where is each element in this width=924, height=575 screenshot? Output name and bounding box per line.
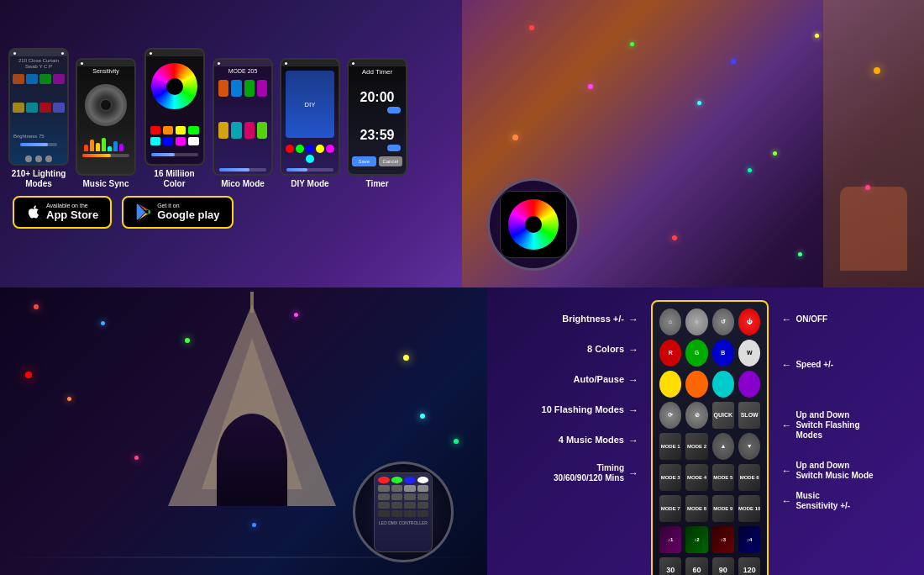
mode-cell-4 xyxy=(257,122,267,139)
ctrl-btn-mode9[interactable]: MODE 9 xyxy=(712,495,734,522)
top-left-panel: 210 Close Curtain Swab Y C P xyxy=(0,0,462,288)
timer-buttons: Save Cancel xyxy=(349,153,406,170)
ctrl-btn-music3[interactable]: ♪3 xyxy=(712,526,734,553)
music-modes-arrow: → xyxy=(628,435,638,446)
phone-label-1: 210+ LightingModes xyxy=(12,169,66,189)
google-play-button[interactable]: Get it on Google play xyxy=(122,196,233,229)
fairy-light-dot-b xyxy=(25,372,32,378)
timer-save-btn[interactable]: Save xyxy=(352,156,376,166)
brightness-bar-5 xyxy=(286,168,333,171)
ctrl-btn-mode6[interactable]: MODE 6 xyxy=(738,464,760,491)
ctrl-btn-orange[interactable] xyxy=(685,371,707,398)
color-cell-magenta xyxy=(176,137,186,145)
ctrl-btn-music4[interactable]: ♪4 xyxy=(738,526,760,553)
playback-controls xyxy=(10,154,67,164)
speed-arrow: ← xyxy=(781,359,791,371)
status-dot xyxy=(150,52,152,55)
ctrl-btn-120min[interactable]: 120 xyxy=(738,557,760,575)
ctrl-btn-power-red[interactable]: ⏻ xyxy=(738,309,760,335)
ctrl-btn-60min[interactable]: 60 xyxy=(685,557,707,575)
remote-row-3 xyxy=(378,493,428,500)
right-label-switch-flashing: ← Up and DownSwitch FlashingModes xyxy=(781,395,882,456)
diy-colors xyxy=(281,142,339,166)
fairy-light-dot-b xyxy=(454,439,459,444)
ctrl-btn-music2[interactable]: ♪2 xyxy=(685,526,707,553)
remote-btn xyxy=(417,493,429,500)
controller-wrapper: ⌂ ○ ↺ ⏻ R G B W xyxy=(651,300,769,575)
fairy-light-dot-b xyxy=(34,304,39,309)
switch-flashing-label-text: Up and DownSwitch FlashingModes xyxy=(795,410,859,440)
timer-cancel-btn[interactable]: Cancel xyxy=(379,156,403,166)
mode-label-4: MODE 205 xyxy=(214,66,271,76)
ctrl-btn-mode10[interactable]: MODE 10 xyxy=(738,495,760,522)
mode-cell-4 xyxy=(244,80,255,97)
phone-label-2: Music Sync xyxy=(82,179,129,189)
ctrl-btn-mode4[interactable]: MODE 4 xyxy=(685,464,707,491)
ctrl-btn-quick[interactable]: QUICK xyxy=(712,402,734,429)
mode-cell xyxy=(53,103,65,113)
phone-wrapper-2: Sensitivity xyxy=(76,58,136,189)
mode-cell xyxy=(53,74,65,84)
color-cell-cyan xyxy=(150,137,160,145)
mode-cell-4 xyxy=(257,80,267,97)
ctrl-btn-mode5[interactable]: MODE 5 xyxy=(712,464,734,491)
tent-pole xyxy=(250,292,254,313)
ctrl-btn-g[interactable]: G xyxy=(685,340,707,367)
fairy-light-dot-b xyxy=(134,456,139,460)
right-label-music-sens: ← MusicSensitivity +/- xyxy=(781,486,882,516)
remote-btn xyxy=(404,493,416,500)
google-play-text-block: Get it on Google play xyxy=(157,203,219,222)
phone-label-5: DIY Mode xyxy=(291,179,328,189)
ctrl-btn-down[interactable]: ▼ xyxy=(738,433,760,460)
ctrl-btn-90min[interactable]: 90 xyxy=(712,557,734,575)
music-sens-label-text: MusicSensitivity +/- xyxy=(795,491,850,511)
ctrl-btn-power-ring[interactable]: ↺ xyxy=(712,309,734,335)
ctrl-btn-home[interactable]: ⌂ xyxy=(659,309,681,335)
label-music-modes: 4 Music Modes → xyxy=(504,425,638,456)
play-btn xyxy=(35,156,42,162)
ctrl-btn-bulb[interactable]: ○ xyxy=(685,309,707,335)
ctrl-btn-mode3[interactable]: MODE 3 xyxy=(659,464,681,491)
ctrl-btn-up[interactable]: ▲ xyxy=(712,433,734,460)
brightness-section: Brightness 75 xyxy=(10,132,67,152)
ctrl-btn-b[interactable]: B xyxy=(712,340,734,367)
switch-music-arrow: ← xyxy=(781,465,791,477)
app-store-button[interactable]: Available on the App Store xyxy=(13,196,112,229)
phone-label-4: Mico Mode xyxy=(221,179,265,189)
app-buttons-row: Available on the App Store Get it on Goo… xyxy=(8,196,454,229)
brightness-arrow: → xyxy=(628,314,638,325)
ctrl-btn-mode1[interactable]: MODE 1 xyxy=(659,433,681,460)
fairy-light-dot-b xyxy=(403,355,409,361)
ctrl-btn-w[interactable]: W xyxy=(738,340,760,367)
ctrl-btn-cyan[interactable] xyxy=(712,371,734,398)
remote-btn xyxy=(391,493,403,500)
wave-bar xyxy=(113,141,118,151)
remote-circle: LED DMX CONTROLLER xyxy=(353,462,454,562)
google-play-available-text: Get it on xyxy=(157,203,219,208)
wave-bar xyxy=(84,145,88,151)
status-bar-6 xyxy=(349,60,406,66)
ctrl-btn-r[interactable]: R xyxy=(659,340,681,367)
ctrl-btn-auto[interactable]: ⟳ xyxy=(659,402,681,429)
ctrl-btn-pause[interactable]: ⊘ xyxy=(685,402,707,429)
ctrl-btn-music1[interactable]: ♪1 xyxy=(659,526,681,553)
ctrl-btn-30min[interactable]: 30 xyxy=(659,557,681,575)
right-label-onoff: ← ON/OFF xyxy=(781,304,882,335)
diy-bg: DIY xyxy=(286,71,334,138)
onoff-arrow: ← xyxy=(781,314,791,325)
diy-color-dot xyxy=(306,155,314,163)
color-cell-green xyxy=(188,126,198,135)
room-chair xyxy=(840,187,907,271)
ctrl-btn-slow[interactable]: SLOW xyxy=(738,402,760,429)
ctrl-btn-mode2[interactable]: MODE 2 xyxy=(685,433,707,460)
wave-bars xyxy=(77,135,134,151)
diy-color-dot xyxy=(306,145,314,153)
status-dot xyxy=(13,52,16,55)
ctrl-btn-mode7[interactable]: MODE 7 xyxy=(659,495,681,522)
colors-arrow: → xyxy=(628,344,638,356)
main-container: 210 Close Curtain Swab Y C P xyxy=(0,0,924,575)
fairy-light-dot-b xyxy=(67,397,71,401)
ctrl-btn-yellow[interactable] xyxy=(659,371,681,398)
ctrl-btn-mode8[interactable]: MODE 8 xyxy=(685,495,707,522)
ctrl-btn-purple[interactable] xyxy=(738,371,760,398)
